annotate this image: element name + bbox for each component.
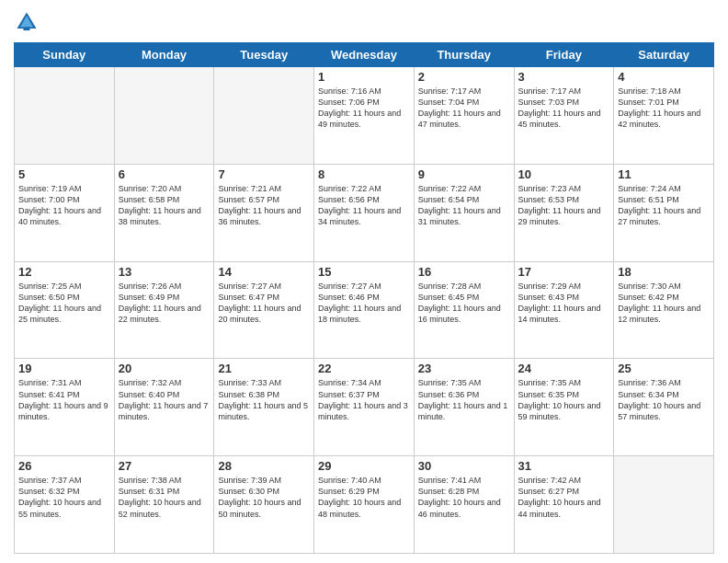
weekday-header: Monday: [114, 43, 214, 67]
day-number: 25: [618, 362, 710, 375]
day-info: Sunrise: 7:17 AM Sunset: 7:03 PM Dayligh…: [518, 86, 610, 131]
day-info: Sunrise: 7:20 AM Sunset: 6:58 PM Dayligh…: [119, 183, 210, 228]
calendar-cell: 9Sunrise: 7:22 AM Sunset: 6:54 PM Daylig…: [414, 164, 514, 261]
day-info: Sunrise: 7:32 AM Sunset: 6:40 PM Dayligh…: [119, 377, 210, 422]
day-info: Sunrise: 7:42 AM Sunset: 6:27 PM Dayligh…: [518, 475, 610, 520]
week-row: 5Sunrise: 7:19 AM Sunset: 7:00 PM Daylig…: [15, 164, 714, 261]
day-info: Sunrise: 7:28 AM Sunset: 6:45 PM Dayligh…: [418, 281, 510, 326]
day-info: Sunrise: 7:31 AM Sunset: 6:41 PM Dayligh…: [18, 377, 110, 422]
weekday-header: Tuesday: [214, 43, 314, 67]
day-number: 30: [418, 459, 510, 473]
calendar-cell: 6Sunrise: 7:20 AM Sunset: 6:58 PM Daylig…: [114, 164, 214, 261]
calendar-cell: 11Sunrise: 7:24 AM Sunset: 6:51 PM Dayli…: [614, 164, 714, 261]
day-number: 2: [418, 70, 510, 84]
day-info: Sunrise: 7:40 AM Sunset: 6:29 PM Dayligh…: [318, 475, 410, 520]
day-info: Sunrise: 7:26 AM Sunset: 6:49 PM Dayligh…: [119, 281, 210, 326]
calendar-header: SundayMondayTuesdayWednesdayThursdayFrid…: [15, 43, 714, 67]
calendar-cell: 25Sunrise: 7:36 AM Sunset: 6:34 PM Dayli…: [614, 359, 714, 456]
calendar: SundayMondayTuesdayWednesdayThursdayFrid…: [14, 42, 714, 554]
calendar-cell: 21Sunrise: 7:33 AM Sunset: 6:38 PM Dayli…: [214, 359, 314, 456]
day-number: 21: [218, 362, 310, 375]
day-number: 16: [418, 265, 510, 279]
calendar-cell: [15, 67, 115, 165]
day-info: Sunrise: 7:18 AM Sunset: 7:01 PM Dayligh…: [618, 86, 710, 131]
day-info: Sunrise: 7:35 AM Sunset: 6:35 PM Dayligh…: [518, 377, 610, 422]
day-number: 29: [318, 459, 410, 473]
calendar-cell: 22Sunrise: 7:34 AM Sunset: 6:37 PM Dayli…: [314, 359, 415, 456]
calendar-cell: 17Sunrise: 7:29 AM Sunset: 6:43 PM Dayli…: [514, 261, 614, 359]
calendar-cell: 3Sunrise: 7:17 AM Sunset: 7:03 PM Daylig…: [514, 67, 614, 165]
day-number: 31: [518, 459, 610, 473]
day-info: Sunrise: 7:34 AM Sunset: 6:37 PM Dayligh…: [318, 377, 410, 422]
calendar-cell: [214, 67, 314, 165]
day-number: 20: [119, 362, 210, 375]
calendar-cell: 10Sunrise: 7:23 AM Sunset: 6:53 PM Dayli…: [514, 164, 614, 261]
weekday-header: Saturday: [614, 43, 714, 67]
week-row: 26Sunrise: 7:37 AM Sunset: 6:32 PM Dayli…: [15, 456, 714, 554]
calendar-cell: 5Sunrise: 7:19 AM Sunset: 7:00 PM Daylig…: [15, 164, 115, 261]
day-info: Sunrise: 7:29 AM Sunset: 6:43 PM Dayligh…: [518, 281, 610, 326]
calendar-cell: 4Sunrise: 7:18 AM Sunset: 7:01 PM Daylig…: [614, 67, 714, 165]
page: SundayMondayTuesdayWednesdayThursdayFrid…: [0, 0, 728, 563]
calendar-cell: 13Sunrise: 7:26 AM Sunset: 6:49 PM Dayli…: [114, 261, 214, 359]
weekday-header: Friday: [514, 43, 614, 67]
calendar-cell: 27Sunrise: 7:38 AM Sunset: 6:31 PM Dayli…: [114, 456, 214, 554]
day-info: Sunrise: 7:22 AM Sunset: 6:56 PM Dayligh…: [318, 183, 410, 228]
calendar-cell: 14Sunrise: 7:27 AM Sunset: 6:47 PM Dayli…: [214, 261, 314, 359]
calendar-cell: 15Sunrise: 7:27 AM Sunset: 6:46 PM Dayli…: [314, 261, 415, 359]
day-number: 7: [218, 167, 310, 181]
day-number: 23: [418, 362, 510, 375]
calendar-cell: 26Sunrise: 7:37 AM Sunset: 6:32 PM Dayli…: [15, 456, 115, 554]
calendar-cell: [114, 67, 214, 165]
svg-rect-2: [24, 28, 30, 30]
day-number: 17: [518, 265, 610, 279]
day-info: Sunrise: 7:23 AM Sunset: 6:53 PM Dayligh…: [518, 183, 610, 228]
calendar-cell: 8Sunrise: 7:22 AM Sunset: 6:56 PM Daylig…: [314, 164, 415, 261]
calendar-cell: 1Sunrise: 7:16 AM Sunset: 7:06 PM Daylig…: [314, 67, 415, 165]
day-info: Sunrise: 7:39 AM Sunset: 6:30 PM Dayligh…: [218, 475, 310, 520]
week-row: 12Sunrise: 7:25 AM Sunset: 6:50 PM Dayli…: [15, 261, 714, 359]
calendar-cell: 19Sunrise: 7:31 AM Sunset: 6:41 PM Dayli…: [15, 359, 115, 456]
header: [14, 9, 714, 35]
weekday-row: SundayMondayTuesdayWednesdayThursdayFrid…: [15, 43, 714, 67]
day-number: 11: [618, 167, 710, 181]
calendar-cell: 20Sunrise: 7:32 AM Sunset: 6:40 PM Dayli…: [114, 359, 214, 456]
day-info: Sunrise: 7:22 AM Sunset: 6:54 PM Dayligh…: [418, 183, 510, 228]
logo: [14, 9, 43, 35]
day-info: Sunrise: 7:37 AM Sunset: 6:32 PM Dayligh…: [18, 475, 110, 520]
day-info: Sunrise: 7:36 AM Sunset: 6:34 PM Dayligh…: [618, 377, 710, 422]
day-number: 27: [119, 459, 210, 473]
day-info: Sunrise: 7:19 AM Sunset: 7:00 PM Dayligh…: [18, 183, 110, 228]
calendar-cell: 16Sunrise: 7:28 AM Sunset: 6:45 PM Dayli…: [414, 261, 514, 359]
logo-icon: [14, 9, 40, 35]
day-number: 24: [518, 362, 610, 375]
day-number: 1: [318, 70, 410, 84]
day-info: Sunrise: 7:30 AM Sunset: 6:42 PM Dayligh…: [618, 281, 710, 326]
day-info: Sunrise: 7:38 AM Sunset: 6:31 PM Dayligh…: [119, 475, 210, 520]
calendar-cell: 28Sunrise: 7:39 AM Sunset: 6:30 PM Dayli…: [214, 456, 314, 554]
day-info: Sunrise: 7:16 AM Sunset: 7:06 PM Dayligh…: [318, 86, 410, 131]
day-number: 5: [18, 167, 110, 181]
day-info: Sunrise: 7:27 AM Sunset: 6:47 PM Dayligh…: [218, 281, 310, 326]
weekday-header: Sunday: [15, 43, 115, 67]
day-info: Sunrise: 7:35 AM Sunset: 6:36 PM Dayligh…: [418, 377, 510, 422]
week-row: 1Sunrise: 7:16 AM Sunset: 7:06 PM Daylig…: [15, 67, 714, 165]
day-info: Sunrise: 7:21 AM Sunset: 6:57 PM Dayligh…: [218, 183, 310, 228]
day-info: Sunrise: 7:17 AM Sunset: 7:04 PM Dayligh…: [418, 86, 510, 131]
calendar-cell: 7Sunrise: 7:21 AM Sunset: 6:57 PM Daylig…: [214, 164, 314, 261]
weekday-header: Thursday: [414, 43, 514, 67]
day-info: Sunrise: 7:25 AM Sunset: 6:50 PM Dayligh…: [18, 281, 110, 326]
day-number: 14: [218, 265, 310, 279]
day-number: 8: [318, 167, 410, 181]
calendar-body: 1Sunrise: 7:16 AM Sunset: 7:06 PM Daylig…: [15, 67, 714, 554]
day-number: 10: [518, 167, 610, 181]
day-number: 19: [18, 362, 110, 375]
day-number: 26: [18, 459, 110, 473]
calendar-cell: 31Sunrise: 7:42 AM Sunset: 6:27 PM Dayli…: [514, 456, 614, 554]
day-number: 22: [318, 362, 410, 375]
day-number: 15: [318, 265, 410, 279]
day-info: Sunrise: 7:27 AM Sunset: 6:46 PM Dayligh…: [318, 281, 410, 326]
week-row: 19Sunrise: 7:31 AM Sunset: 6:41 PM Dayli…: [15, 359, 714, 456]
day-number: 13: [119, 265, 210, 279]
day-number: 12: [18, 265, 110, 279]
